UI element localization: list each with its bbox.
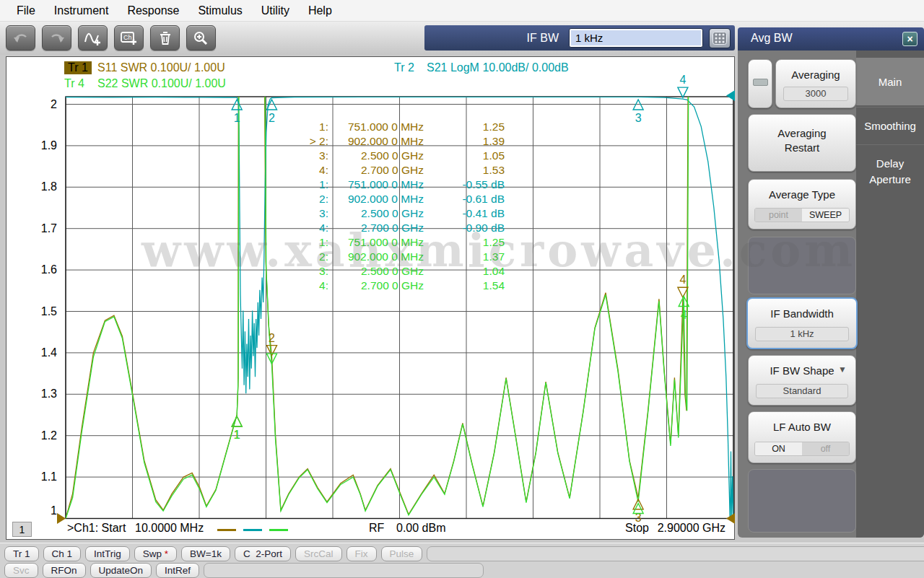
delete-button[interactable] <box>150 25 180 51</box>
status-button-tr-1[interactable]: Tr 1 <box>4 546 39 561</box>
average-type-sweep[interactable]: SWEEP <box>802 209 849 222</box>
y-tick-label: 1.6 <box>25 263 57 276</box>
marker-cell: 2.700 0 GHz <box>328 279 424 294</box>
marker-cell: 902.000 0 MHz <box>328 193 424 207</box>
status-button-swp[interactable]: Swp * <box>134 546 177 561</box>
if-bw-input[interactable]: 1 kHz <box>569 28 703 48</box>
marker-row: 4:2.700 0 GHz1.54 <box>276 279 505 294</box>
marker-cell: 3: <box>276 207 328 222</box>
status-button-intref[interactable]: IntRef <box>156 563 199 578</box>
marker-cell: 2.700 0 GHz <box>328 164 424 178</box>
marker-cell: 1: <box>276 236 328 250</box>
marker-triangle-icon <box>232 416 242 426</box>
channel-badge[interactable]: 1 <box>12 522 32 537</box>
status-button-updateon[interactable]: UpdateOn <box>90 563 152 578</box>
if-bw-shape-button[interactable]: IF BW Shape ▼ Standard <box>748 355 856 406</box>
stop-value[interactable]: 2.90000 GHz <box>658 522 725 535</box>
marker-number: 4 <box>681 309 687 321</box>
averaging-indicator-button[interactable] <box>748 59 772 108</box>
start-label: >Ch1: Start <box>67 522 126 535</box>
menu-help[interactable]: Help <box>299 4 341 17</box>
tab-main[interactable]: Main <box>856 58 924 105</box>
lf-auto-bw-button[interactable]: LF Auto BW ON off <box>748 411 856 463</box>
panel-title: Avg BW <box>751 32 793 45</box>
status-button-c-2-port[interactable]: C 2-Port <box>235 546 291 561</box>
marker-cell: 902.000 0 MHz <box>328 135 424 149</box>
trace4-format[interactable]: S22 SWR 0.100U/ 1.00U <box>97 77 226 90</box>
y-tick-label: 1.3 <box>25 387 57 400</box>
undo-button[interactable] <box>6 25 35 51</box>
averaging-button[interactable]: Averaging 3000 <box>775 59 856 108</box>
marker-cell: 1.04 <box>424 265 505 279</box>
status-button-inttrig[interactable]: IntTrig <box>85 546 130 561</box>
panel-header[interactable]: Avg BW × <box>738 27 924 51</box>
status-button-fix[interactable]: Fix <box>346 546 377 561</box>
menu-stimulus[interactable]: Stimulus <box>188 4 251 17</box>
marker-cell: 1.39 <box>424 135 505 149</box>
trace2-format[interactable]: S21 LogM 10.00dB/ 0.00dB <box>427 61 569 74</box>
rf-label: RF <box>369 522 384 535</box>
start-value[interactable]: 10.0000 MHz <box>135 522 204 535</box>
close-button[interactable]: × <box>902 32 918 46</box>
trace2-color-key <box>243 529 262 531</box>
average-type-button[interactable]: Average Type point SWEEP <box>748 179 856 229</box>
status-button-bw-1k[interactable]: BW=1k <box>181 546 230 561</box>
lf-auto-bw-on[interactable]: ON <box>755 442 802 455</box>
menu-file[interactable]: File <box>7 4 45 17</box>
if-bandwidth-button[interactable]: IF Bandwidth 1 kHz <box>746 297 858 349</box>
status-button-pulse[interactable]: Pulse <box>381 546 423 561</box>
marker-cell: -0.41 dB <box>424 207 505 222</box>
marker-cell: 3: <box>276 265 328 279</box>
zoom-button[interactable] <box>186 25 216 51</box>
average-type-toggle[interactable]: point SWEEP <box>754 208 850 222</box>
trace1-badge[interactable]: Tr 1 <box>64 61 92 74</box>
add-channel-button[interactable]: Ch <box>114 25 144 51</box>
status-button-svc[interactable]: Svc <box>4 563 38 578</box>
marker-row: 2:902.000 0 MHz1.37 <box>276 250 505 265</box>
marker-cell: 1.53 <box>424 164 505 178</box>
marker-cell: 4: <box>276 164 328 178</box>
trace4-badge[interactable]: Tr 4 <box>64 77 84 90</box>
average-type-point[interactable]: point <box>755 209 802 222</box>
trace1-format[interactable]: S11 SWR 0.100U/ 1.00U <box>97 61 225 74</box>
lf-auto-bw-toggle[interactable]: ON off <box>754 442 850 456</box>
marker-cell: 2.500 0 GHz <box>328 149 424 164</box>
status-button-srccal[interactable]: SrcCal <box>295 546 342 561</box>
average-type-label: Average Type <box>749 188 855 201</box>
trace-legend-row1: Tr 1 S11 SWR 0.100U/ 1.00U Tr 2 S21 LogM… <box>6 61 734 76</box>
marker-row: 4:2.700 0 GHz1.53 <box>276 164 505 178</box>
tab-delay-aperture[interactable]: Delay Aperture <box>856 144 924 198</box>
y-tick-label: 1.1 <box>25 470 57 483</box>
rf-value[interactable]: 0.00 dBm <box>396 522 445 535</box>
redo-button[interactable] <box>42 25 71 51</box>
averaging-value: 3000 <box>783 87 848 101</box>
trace4-color-key <box>269 529 288 531</box>
averaging-led-icon <box>753 79 768 86</box>
marker-number: 1 <box>234 112 240 124</box>
marker-cell: 751.000 0 MHz <box>328 121 424 135</box>
ref-arrow-left-icon <box>726 90 735 101</box>
menu-utility[interactable]: Utility <box>252 4 299 17</box>
tab-smoothing[interactable]: Smoothing <box>856 107 924 144</box>
add-trace-button[interactable] <box>78 25 108 51</box>
status-button-ch-1[interactable]: Ch 1 <box>43 546 82 561</box>
zoom-icon <box>192 30 211 46</box>
keypad-button[interactable] <box>709 28 731 48</box>
y-tick-label: 1.5 <box>25 305 57 318</box>
lf-auto-bw-off[interactable]: off <box>802 442 849 455</box>
marker-row: 2:902.000 0 MHz-0.61 dB <box>276 193 505 207</box>
trace2-badge[interactable]: Tr 2 <box>394 61 414 74</box>
lf-auto-bw-label: LF Auto BW <box>749 421 855 433</box>
chevron-down-icon: ▼ <box>838 364 847 375</box>
instrument-status-bar: Tr 1Ch 1IntTrigSwp *BW=1kC 2-PortSrcCalF… <box>0 543 924 578</box>
marker-number: 2 <box>269 112 275 124</box>
menu-response[interactable]: Response <box>118 4 188 17</box>
if-bw-bar: IF BW 1 kHz <box>424 25 735 51</box>
status-button-rfon[interactable]: RFOn <box>43 563 86 578</box>
averaging-restart-button[interactable]: Averaging Restart <box>748 114 856 172</box>
trace-legend-row2: Tr 4 S22 SWR 0.100U/ 1.00U <box>6 77 734 92</box>
panel-tabs: Main Smoothing Delay Aperture <box>856 51 924 538</box>
avg-bw-panel: Avg BW × Main Smoothing Delay Aperture A… <box>738 27 924 538</box>
if-bw-value: 1 kHz <box>571 30 701 45</box>
menu-instrument[interactable]: Instrument <box>45 4 118 17</box>
